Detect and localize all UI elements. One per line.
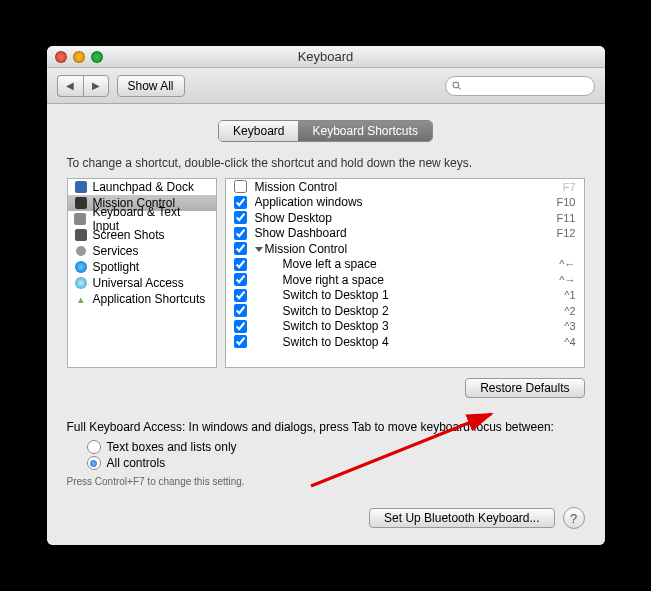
shortcut-list[interactable]: Mission ControlF7 Application windowsF10… bbox=[225, 178, 585, 368]
category-app-shortcuts[interactable]: ▴Application Shortcuts bbox=[68, 291, 216, 307]
category-label: Application Shortcuts bbox=[93, 292, 206, 306]
shortcut-checkbox[interactable] bbox=[234, 180, 247, 193]
radio-icon[interactable] bbox=[87, 440, 101, 454]
fka-label: Full Keyboard Access: In windows and dia… bbox=[67, 420, 585, 434]
category-label: Services bbox=[93, 244, 139, 258]
shortcut-checkbox[interactable] bbox=[234, 242, 247, 255]
search-input[interactable] bbox=[465, 80, 588, 92]
services-icon bbox=[76, 246, 86, 256]
shortcut-row[interactable]: Move left a space^← bbox=[226, 257, 584, 273]
toolbar: ◀ ▶ Show All bbox=[47, 68, 605, 104]
tab-keyboard[interactable]: Keyboard bbox=[219, 121, 298, 141]
shortcut-key[interactable]: ^← bbox=[559, 258, 575, 270]
forward-button[interactable]: ▶ bbox=[83, 75, 109, 97]
panes: Launchpad & Dock Mission Control Keyboar… bbox=[67, 178, 585, 368]
show-all-button[interactable]: Show All bbox=[117, 75, 185, 97]
category-spotlight[interactable]: Spotlight bbox=[68, 259, 216, 275]
shortcut-label[interactable]: Switch to Desktop 2 bbox=[255, 304, 565, 318]
shortcut-row[interactable]: Application windowsF10 bbox=[226, 195, 584, 211]
shortcut-checkbox[interactable] bbox=[234, 258, 247, 271]
fka-hint: Press Control+F7 to change this setting. bbox=[67, 476, 585, 487]
app-shortcuts-icon: ▴ bbox=[74, 292, 88, 306]
back-button[interactable]: ◀ bbox=[57, 75, 83, 97]
shortcut-label[interactable]: Switch to Desktop 3 bbox=[255, 319, 565, 333]
shortcut-key[interactable]: ^3 bbox=[564, 320, 575, 332]
tab-bar: Keyboard Keyboard Shortcuts bbox=[67, 120, 585, 142]
category-label: Launchpad & Dock bbox=[93, 180, 194, 194]
instruction-text: To change a shortcut, double-click the s… bbox=[67, 156, 585, 170]
bluetooth-keyboard-button[interactable]: Set Up Bluetooth Keyboard... bbox=[369, 508, 554, 528]
shortcut-checkbox[interactable] bbox=[234, 273, 247, 286]
shortcut-key[interactable]: ^1 bbox=[564, 289, 575, 301]
shortcut-row[interactable]: Show DashboardF12 bbox=[226, 226, 584, 242]
shortcut-key[interactable]: F10 bbox=[557, 196, 576, 208]
disclosure-triangle-icon[interactable] bbox=[255, 247, 263, 252]
shortcut-row[interactable]: Switch to Desktop 4^4 bbox=[226, 334, 584, 350]
shortcut-label[interactable]: Move left a space bbox=[255, 257, 560, 271]
shortcut-label[interactable]: Move right a space bbox=[255, 273, 560, 287]
radio-label: All controls bbox=[107, 456, 166, 470]
category-universal-access[interactable]: Universal Access bbox=[68, 275, 216, 291]
radio-icon[interactable] bbox=[87, 456, 101, 470]
shortcut-key[interactable]: ^→ bbox=[559, 274, 575, 286]
category-label: Spotlight bbox=[93, 260, 140, 274]
shortcut-row[interactable]: Mission ControlF7 bbox=[226, 179, 584, 195]
shortcut-checkbox[interactable] bbox=[234, 289, 247, 302]
shortcut-checkbox[interactable] bbox=[234, 320, 247, 333]
shortcut-label[interactable]: Show Dashboard bbox=[255, 226, 557, 240]
shortcut-label[interactable]: Mission Control bbox=[255, 180, 563, 194]
launchpad-icon bbox=[75, 181, 87, 193]
restore-row: Restore Defaults bbox=[67, 378, 585, 398]
category-label: Screen Shots bbox=[93, 228, 165, 242]
shortcut-label[interactable]: Switch to Desktop 4 bbox=[255, 335, 565, 349]
preferences-window: Keyboard ◀ ▶ Show All Keyboard Keyboard … bbox=[47, 46, 605, 545]
shortcut-row[interactable]: Move right a space^→ bbox=[226, 272, 584, 288]
category-label: Universal Access bbox=[93, 276, 184, 290]
help-button[interactable]: ? bbox=[563, 507, 585, 529]
shortcut-checkbox[interactable] bbox=[234, 227, 247, 240]
fka-option-text-boxes[interactable]: Text boxes and lists only bbox=[87, 440, 585, 454]
shortcut-label[interactable]: Switch to Desktop 1 bbox=[255, 288, 565, 302]
fka-section: Full Keyboard Access: In windows and dia… bbox=[67, 420, 585, 487]
shortcut-row[interactable]: Switch to Desktop 2^2 bbox=[226, 303, 584, 319]
shortcut-checkbox[interactable] bbox=[234, 196, 247, 209]
content-area: Keyboard Keyboard Shortcuts To change a … bbox=[47, 104, 605, 545]
keyboard-icon bbox=[74, 213, 86, 225]
radio-label: Text boxes and lists only bbox=[107, 440, 237, 454]
shortcut-checkbox[interactable] bbox=[234, 211, 247, 224]
search-icon bbox=[452, 80, 461, 91]
shortcut-row[interactable]: Switch to Desktop 1^1 bbox=[226, 288, 584, 304]
universal-access-icon bbox=[75, 277, 87, 289]
shortcut-key[interactable]: ^4 bbox=[564, 336, 575, 348]
category-keyboard-text[interactable]: Keyboard & Text Input bbox=[68, 211, 216, 227]
mission-control-icon bbox=[75, 197, 87, 209]
svg-line-1 bbox=[458, 87, 460, 89]
shortcut-row[interactable]: Switch to Desktop 3^3 bbox=[226, 319, 584, 335]
bottom-row: Set Up Bluetooth Keyboard... ? bbox=[67, 507, 585, 529]
titlebar[interactable]: Keyboard bbox=[47, 46, 605, 68]
shortcut-row[interactable]: Show DesktopF11 bbox=[226, 210, 584, 226]
spotlight-icon bbox=[75, 261, 87, 273]
search-field[interactable] bbox=[445, 76, 595, 96]
shortcut-key[interactable]: F7 bbox=[563, 181, 576, 193]
shortcut-key[interactable]: ^2 bbox=[564, 305, 575, 317]
shortcut-label[interactable]: Mission Control bbox=[265, 242, 348, 256]
shortcut-checkbox[interactable] bbox=[234, 335, 247, 348]
restore-defaults-button[interactable]: Restore Defaults bbox=[465, 378, 584, 398]
window-title: Keyboard bbox=[47, 49, 605, 64]
category-services[interactable]: Services bbox=[68, 243, 216, 259]
shortcut-checkbox[interactable] bbox=[234, 304, 247, 317]
tab-shortcuts[interactable]: Keyboard Shortcuts bbox=[298, 121, 431, 141]
shortcut-key[interactable]: F12 bbox=[557, 227, 576, 239]
shortcut-row-group[interactable]: Mission Control bbox=[226, 241, 584, 257]
nav-buttons: ◀ ▶ bbox=[57, 75, 109, 97]
svg-point-0 bbox=[453, 82, 459, 88]
shortcut-label[interactable]: Show Desktop bbox=[255, 211, 557, 225]
category-launchpad[interactable]: Launchpad & Dock bbox=[68, 179, 216, 195]
shortcut-label[interactable]: Application windows bbox=[255, 195, 557, 209]
fka-option-all-controls[interactable]: All controls bbox=[87, 456, 585, 470]
category-list[interactable]: Launchpad & Dock Mission Control Keyboar… bbox=[67, 178, 217, 368]
shortcut-key[interactable]: F11 bbox=[557, 212, 576, 224]
screenshot-icon bbox=[75, 229, 87, 241]
